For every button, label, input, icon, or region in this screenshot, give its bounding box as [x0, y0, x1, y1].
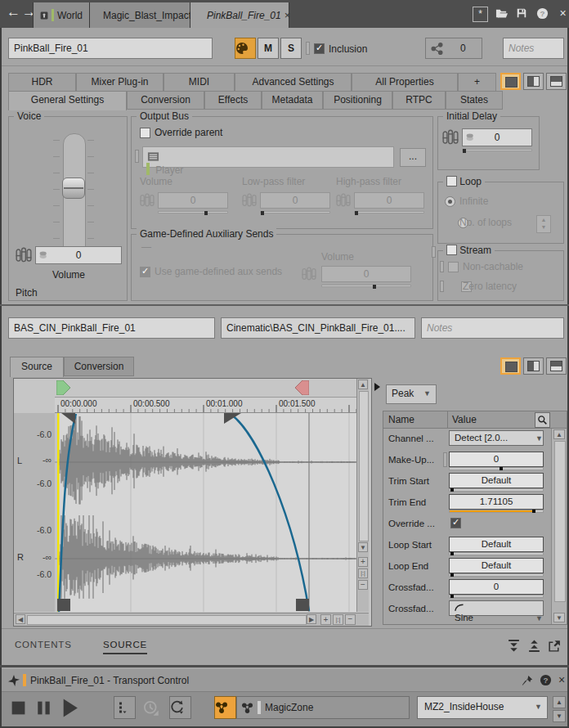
loop-checkbox[interactable] [446, 176, 457, 186]
voice-volume-slider-handle[interactable] [62, 178, 85, 199]
loop-count-spinner[interactable]: ▲▼ [536, 215, 551, 233]
bus-browse-button[interactable]: ... [400, 148, 426, 167]
color-palette-button[interactable] [235, 38, 256, 59]
column-header-name[interactable]: Name [388, 414, 414, 425]
bottom-tab-contents[interactable]: CONTENTS [15, 640, 72, 649]
voice-volume-slider[interactable] [63, 133, 86, 258]
sharesets-button[interactable]: 0 [425, 38, 482, 59]
initial-delay-rtpc-icon[interactable] [442, 128, 459, 146]
zoom-out-vertical-button[interactable]: − [358, 580, 368, 590]
solo-button[interactable]: S [280, 38, 302, 59]
zoom-out-button[interactable]: − [345, 614, 356, 625]
tab-conversion[interactable]: Conversion [127, 91, 204, 110]
column-header-value[interactable]: Value [452, 414, 477, 425]
scroll-left-icon[interactable]: ◀ [16, 614, 25, 624]
vscroll-thumb[interactable] [359, 391, 369, 542]
search-button[interactable] [535, 412, 550, 428]
pin-layout-button[interactable]: * [473, 7, 488, 22]
tab-all-properties[interactable]: All Properties [352, 73, 458, 92]
row-value-field[interactable]: Default [449, 537, 544, 552]
tab-[interactable]: + [458, 73, 496, 92]
layout-split-horizontal-button[interactable] [546, 73, 567, 90]
tab-close-icon[interactable]: × [284, 9, 291, 21]
play-start-marker[interactable] [56, 380, 70, 395]
voice-volume-rtpc-icon[interactable] [16, 246, 32, 264]
table-scroll-up-icon[interactable]: ▲ [553, 429, 565, 439]
stream-checkbox[interactable] [446, 245, 457, 255]
row-checkbox[interactable] [450, 518, 461, 528]
override-parent-checkbox[interactable] [140, 128, 150, 138]
zoom-in-button[interactable]: + [320, 614, 331, 625]
game-syncs-button[interactable] [214, 696, 236, 719]
waveform-horizontal-scrollbar[interactable]: ◀ ▶ + |:| − [14, 613, 369, 626]
tab-hdr[interactable]: HDR [8, 73, 76, 92]
reset-button[interactable] [169, 696, 191, 719]
view-tab-pinkball-fire-01[interactable]: PinkBall_Fire_01× [190, 2, 289, 28]
help-icon[interactable] [536, 7, 550, 20]
pause-button[interactable] [35, 699, 52, 717]
object-name-input[interactable] [8, 38, 213, 59]
zoom-fit-vertical-button[interactable]: |:| [358, 568, 368, 578]
open-external-icon[interactable] [548, 639, 562, 653]
waveform-canvas[interactable] [55, 413, 356, 612]
source-path-field[interactable] [221, 317, 415, 339]
notes-input[interactable] [503, 38, 564, 59]
source-layout-split-vertical-button[interactable] [523, 357, 544, 375]
source-notes-input[interactable] [421, 317, 564, 339]
transport-help-icon[interactable] [540, 674, 552, 686]
voice-volume-value[interactable]: 0 [35, 246, 122, 264]
tab-effects[interactable]: Effects [204, 91, 262, 110]
tab-midi[interactable]: MIDI [164, 73, 235, 92]
source-name-input[interactable] [8, 317, 215, 339]
mute-button[interactable]: M [258, 38, 279, 59]
tab-general-settings[interactable]: General Settings [8, 91, 127, 110]
tab-states[interactable]: States [446, 91, 503, 110]
source-layout-split-horizontal-button[interactable] [546, 357, 567, 375]
tab-metadata[interactable]: Metadata [262, 91, 323, 110]
scroll-right-icon[interactable]: ▶ [307, 614, 316, 624]
peak-mode-dropdown[interactable]: Peak ▼ [386, 384, 437, 404]
table-scroll-down-icon[interactable]: ▼ [553, 613, 565, 622]
bottom-tab-source[interactable]: SOURCE [103, 640, 147, 654]
transport-close-icon[interactable]: × [558, 673, 565, 686]
zoom-in-vertical-button[interactable]: + [358, 557, 368, 567]
scroll-up-icon[interactable]: ▲ [358, 380, 368, 389]
stop-button[interactable] [10, 699, 27, 717]
output-bus-selector[interactable]: Player [142, 146, 394, 168]
table-vertical-scrollbar[interactable]: ▲ ▼ [551, 429, 567, 624]
row-value-dropdown[interactable]: Detect [2.0...▼ [449, 430, 544, 446]
window-close-button[interactable]: × [556, 7, 569, 20]
expand-all-icon[interactable] [527, 639, 541, 653]
pin-icon[interactable] [522, 675, 533, 686]
table-scroll-thumb[interactable] [554, 441, 566, 602]
transport-scroll-up[interactable]: ▲ [553, 696, 566, 708]
tab-advanced-settings[interactable]: Advanced Settings [235, 73, 352, 92]
row-value-field[interactable]: 0 [449, 579, 544, 595]
nav-back-button[interactable]: ← [7, 4, 20, 20]
row-value-dropdown[interactable]: Sine▼ [449, 600, 544, 616]
trim-start-handle[interactable] [57, 599, 70, 611]
non-cachable-checkbox[interactable] [448, 262, 459, 272]
row-value-field[interactable]: Default [449, 473, 544, 488]
source-layout-single-button[interactable] [500, 357, 521, 375]
timeline-ruler[interactable]: 00:00.00000:00.50000:01.00000:01.500 [55, 397, 356, 413]
collapse-panel-arrow-icon[interactable] [374, 383, 380, 391]
transport-options-button[interactable] [114, 696, 136, 719]
game-sync-value-dropdown[interactable]: MZ2_InsideHouse ▼ [417, 696, 548, 719]
tab-positioning[interactable]: Positioning [323, 91, 392, 110]
collapse-all-icon[interactable] [507, 639, 521, 653]
row-value-field[interactable]: Default [449, 558, 544, 573]
initial-delay-value[interactable]: 0 [462, 128, 532, 146]
playhead-cursor[interactable] [57, 413, 60, 612]
view-tab-magic-blast-impact[interactable]: Magic_Blast_Impact [90, 2, 190, 28]
open-project-button[interactable] [495, 7, 509, 20]
tab-source[interactable]: Source [10, 357, 64, 377]
tab-mixer-plug-in[interactable]: Mixer Plug-in [76, 73, 164, 92]
scroll-down-icon[interactable]: ▼ [358, 542, 368, 552]
view-tab-world[interactable]: World [33, 2, 90, 28]
save-button[interactable] [516, 7, 530, 20]
row-value-field[interactable]: 1.71105 [449, 494, 544, 510]
zoom-fit-button[interactable]: |:| [333, 614, 343, 625]
row-value-field[interactable]: 0 [449, 452, 544, 467]
layout-single-button[interactable] [500, 73, 521, 90]
